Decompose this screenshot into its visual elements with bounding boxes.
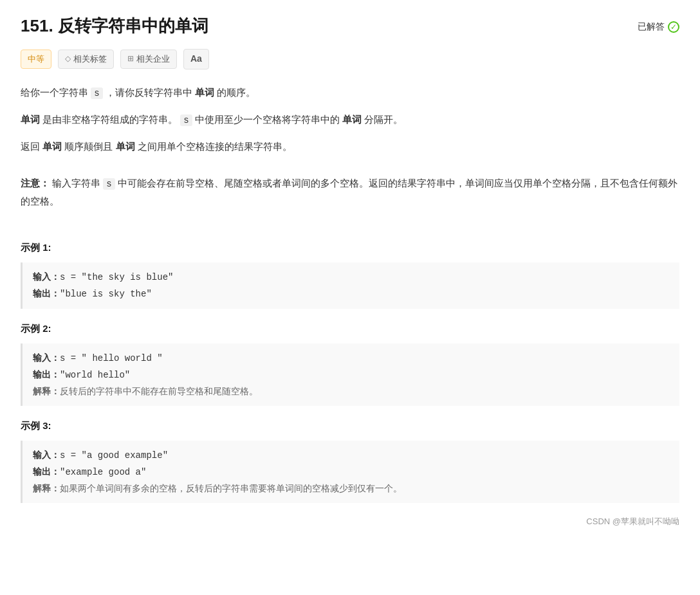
example-2-input-value: s = " hello world " [60, 353, 163, 363]
code-s-3: s [103, 178, 115, 190]
example-1-box: 输入：s = "the sky is blue" 输出："blue is sky… [21, 262, 679, 309]
example-3-explain-text: 如果两个单词间有多余的空格，反转后的字符串需要将单词间的空格减少到仅有一个。 [60, 483, 402, 493]
footer: CSDN @苹果就叫不呦呦 [21, 515, 679, 529]
problem-desc-line1: 给你一个字符串 s ，请你反转字符串中 单词 的顺序。 [21, 84, 679, 102]
example-1-input-label: 输入： [33, 271, 60, 282]
example-3-output: 输出："example good a" [33, 464, 669, 481]
example-3-input: 输入：s = "a good example" [33, 447, 669, 464]
note-label: 注意： [21, 178, 50, 188]
tags-row: 中等 ◇ 相关标签 ⊞ 相关企业 Aa [21, 49, 679, 69]
example-1: 示例 1: 输入：s = "the sky is blue" 输出："blue … [21, 239, 679, 309]
tag-company-text: 相关企业 [136, 52, 170, 66]
tag-company-icon: ⊞ [127, 52, 134, 65]
tag-related-tags[interactable]: ◇ 相关标签 [58, 50, 114, 69]
example-1-output-label: 输出： [33, 288, 60, 298]
example-2-output-value: "world hello" [60, 370, 130, 380]
example-2-box: 输入：s = " hello world " 输出："world hello" … [21, 343, 679, 407]
example-3: 示例 3: 输入：s = "a good example" 输出："exampl… [21, 417, 679, 503]
bold-word-2: 单词 [21, 114, 40, 125]
example-1-input-value: s = "the sky is blue" [60, 272, 173, 282]
example-3-input-value: s = "a good example" [60, 450, 168, 461]
solved-label: 已解答 [638, 19, 665, 35]
example-3-output-value: "example good a" [60, 467, 146, 477]
problem-desc-line2: 单词 是由非空格字符组成的字符串。 s 中使用至少一个空格将字符串中的 单词 分… [21, 111, 679, 129]
example-3-output-label: 输出： [33, 466, 60, 477]
note-section: 注意： 输入字符串 s 中可能会存在前导空格、尾随空格或者单词间的多个空格。返回… [21, 174, 679, 210]
tag-label-text: 相关标签 [73, 52, 107, 66]
example-1-input: 输入：s = "the sky is blue" [33, 269, 669, 286]
solved-icon: ✓ [668, 21, 679, 33]
tag-aa[interactable]: Aa [183, 49, 209, 69]
example-2-title: 示例 2: [21, 320, 679, 337]
problem-desc-line3: 返回 单词 顺序颠倒且 单词 之间用单个空格连接的结果字符串。 [21, 138, 679, 155]
example-3-explain: 解释：如果两个单词间有多余的空格，反转后的字符串需要将单词间的空格减少到仅有一个… [33, 481, 669, 497]
example-2-input: 输入：s = " hello world " [33, 350, 669, 367]
example-2-output-label: 输出： [33, 369, 60, 380]
code-s-2: s [180, 114, 192, 126]
example-3-explain-label: 解释： [33, 483, 60, 493]
example-2-input-label: 输入： [33, 352, 60, 363]
example-3-title: 示例 3: [21, 417, 679, 434]
tag-related-company[interactable]: ⊞ 相关企业 [120, 50, 177, 69]
example-3-box: 输入：s = "a good example" 输出："example good… [21, 441, 679, 504]
bold-word-3: 单词 [342, 114, 362, 125]
example-2-explain: 解释：反转后的字符串中不能存在前导空格和尾随空格。 [33, 383, 669, 399]
bold-word-5: 单词 [116, 141, 135, 152]
example-2-output: 输出："world hello" [33, 367, 669, 383]
tag-medium[interactable]: 中等 [21, 50, 51, 69]
bold-word-1: 单词 [195, 87, 214, 98]
bold-word-4: 单词 [42, 141, 62, 152]
example-2-explain-text: 反转后的字符串中不能存在前导空格和尾随空格。 [60, 386, 258, 396]
example-1-output-value: "blue is sky the" [60, 289, 152, 299]
example-2: 示例 2: 输入：s = " hello world " 输出："world h… [21, 320, 679, 406]
page-title: 151. 反转字符串中的单词 [21, 15, 208, 37]
solved-badge: 已解答 ✓ [638, 19, 679, 35]
example-2-explain-label: 解释： [33, 386, 60, 396]
example-1-output: 输出："blue is sky the" [33, 286, 669, 302]
code-s-1: s [91, 87, 102, 99]
tag-label-icon: ◇ [65, 52, 71, 65]
example-3-input-label: 输入： [33, 450, 60, 460]
example-1-title: 示例 1: [21, 239, 679, 256]
